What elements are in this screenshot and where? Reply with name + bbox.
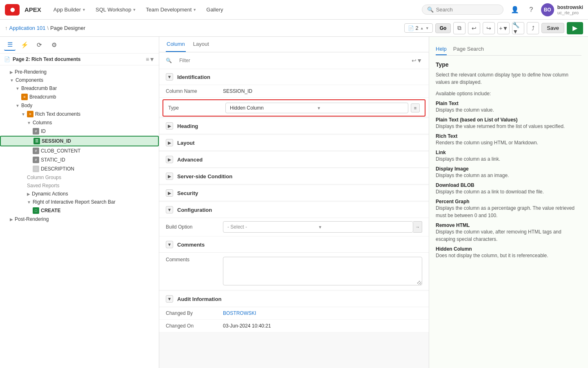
build-option-arrow[interactable]: →	[413, 221, 422, 233]
refresh-icon[interactable]: ⟳	[33, 39, 45, 51]
expand-icon[interactable]: ⤢	[416, 279, 421, 285]
configuration-header[interactable]: ▼ Configuration	[159, 202, 429, 218]
center-panel: Column Layout 🔍 ↩▼ ▼ Identification Colu…	[159, 37, 429, 368]
breadcrumb-item[interactable]: ≡ Breadcrumb	[0, 92, 159, 101]
create-icon: □	[33, 207, 39, 214]
tree-view-icon[interactable]: ☰	[4, 39, 16, 51]
type-select[interactable]: Hidden Column ▼	[225, 103, 408, 113]
heading-header[interactable]: ▶ Heading	[159, 118, 429, 134]
advanced-header[interactable]: ▶ Advanced	[159, 152, 429, 168]
columns-item[interactable]: ▼ Columns	[0, 119, 159, 127]
heading-title: Heading	[177, 123, 198, 129]
center-content: ▼ Identification Column Name SESSION_ID …	[159, 69, 429, 368]
help-type-option-title: Hidden Column	[436, 246, 581, 252]
help-type-option-title: Percent Graph	[436, 199, 581, 204]
changed-on-row: Changed On 03-Jun-2024 10:40:21	[159, 320, 429, 332]
run-button[interactable]: ▶	[567, 22, 583, 34]
changed-by-value: BOSTROWSKI	[223, 310, 422, 316]
audit-header[interactable]: ▼ Audit Information	[159, 291, 429, 307]
page-search-tab[interactable]: Page Search	[453, 43, 484, 55]
lightning-icon[interactable]: ⚡	[19, 39, 30, 51]
filter-return-icon[interactable]: ↩▼	[412, 57, 422, 64]
left-panel: ☰ ⚡ ⟳ ⚙ 📄 Page 2: Rich Text documents ≡▼…	[0, 37, 159, 368]
id-column-item[interactable]: # ID	[0, 127, 159, 136]
toolbar-right: 📄 2 ▲ ▼ Go ⧉ ↩ ↪ +▼ 🔧▼ ⤴ Save ▶	[404, 22, 583, 34]
search-box[interactable]: 🔍	[422, 4, 503, 15]
breadcrumb-app-link[interactable]: Application 101	[9, 25, 46, 31]
redo-icon[interactable]: ↪	[483, 22, 495, 34]
filter-input[interactable]	[175, 56, 408, 65]
body-item[interactable]: ▼ Body	[0, 101, 159, 110]
app-builder-menu[interactable]: App Builder ▼	[49, 4, 90, 15]
security-header[interactable]: ▶ Security	[159, 185, 429, 201]
layout-header[interactable]: ▶ Layout	[159, 135, 429, 151]
page-options-menu[interactable]: ≡▼	[146, 56, 155, 63]
comments-textarea[interactable]	[223, 257, 422, 285]
comments-label: Comments	[166, 257, 223, 263]
dynamic-actions-item[interactable]: ▶ Dynamic Actions	[0, 190, 159, 198]
type-action-btn[interactable]: ≡	[411, 103, 420, 112]
comments-header[interactable]: ▼ Comments	[159, 237, 429, 253]
changed-by-row: Changed By BOSTROWSKI	[159, 307, 429, 320]
components-item[interactable]: ▼ Components	[0, 76, 159, 84]
static-id-icon: #	[33, 157, 39, 163]
search-input[interactable]	[436, 7, 498, 13]
page-selector[interactable]: 📄 2 ▲ ▼	[404, 23, 433, 33]
saved-reports-item[interactable]: Saved Reports	[0, 182, 159, 190]
identification-header[interactable]: ▼ Identification	[159, 69, 429, 85]
team-development-menu[interactable]: Team Development ▼	[142, 4, 200, 15]
clob-content-item[interactable]: # CLOB_CONTENT	[0, 146, 159, 155]
copy-icon[interactable]: ⧉	[453, 22, 466, 34]
shared-components-icon[interactable]: ⚙	[48, 39, 60, 51]
user-info: bostrowski uc_rte_pro	[557, 4, 583, 15]
go-button[interactable]: Go	[435, 23, 451, 33]
comments-textarea-container: ⤢	[223, 257, 422, 287]
notifications-icon[interactable]: 👤	[508, 3, 521, 16]
main-layout: ☰ ⚡ ⟳ ⚙ 📄 Page 2: Rich Text documents ≡▼…	[0, 37, 588, 368]
create-item[interactable]: □ CREATE	[0, 206, 159, 215]
static-id-item[interactable]: # STATIC_ID	[0, 155, 159, 164]
help-icon[interactable]: ?	[525, 3, 538, 16]
help-type-title: Type	[436, 61, 581, 68]
save-button[interactable]: Save	[541, 23, 564, 33]
undo-icon[interactable]: ↩	[468, 22, 480, 34]
gallery-menu[interactable]: Gallery	[202, 4, 227, 15]
security-toggle: ▶	[166, 189, 173, 197]
type-highlighted-row: Type Hidden Column ▼ ≡	[163, 99, 425, 117]
page-name-label: Page 2: Rich Text documents	[13, 56, 80, 62]
share-icon[interactable]: ⤴	[527, 22, 539, 34]
ssc-title: Server-side Condition	[177, 173, 232, 180]
right-ir-search-bar-item[interactable]: ▼ Right of Interactive Report Search Bar	[0, 198, 159, 206]
breadcrumb-bar-item[interactable]: ▼ Breadcrumb Bar	[0, 84, 159, 92]
help-type-option: Hidden ColumnDoes not display the column…	[436, 246, 581, 259]
top-navigation: ⬤ APEX App Builder ▼ SQL Workshop ▼ Team…	[0, 0, 588, 20]
type-row: Type Hidden Column ▼ ≡	[163, 100, 425, 116]
columns-chevron: ▼	[27, 121, 31, 125]
audit-information-section: ▼ Audit Information Changed By BOSTROWSK…	[159, 291, 429, 332]
help-type-option: LinkDisplays the column as a link.	[436, 150, 581, 163]
rich-text-documents-item[interactable]: ▼ ≡ Rich Text documents	[0, 110, 159, 119]
audit-toggle: ▼	[166, 295, 173, 303]
help-tab[interactable]: Help	[436, 43, 447, 55]
column-groups-item[interactable]: Column Groups	[0, 173, 159, 182]
wrench-menu[interactable]: 🔧▼	[512, 22, 524, 34]
help-type-option: Plain Text (based on List of Values)Disp…	[436, 117, 581, 130]
pre-rendering-item[interactable]: ▶ Pre-Rendering	[0, 68, 159, 76]
audit-title: Audit Information	[177, 296, 221, 302]
tab-layout[interactable]: Layout	[192, 37, 210, 52]
avatar[interactable]: BO	[541, 3, 554, 16]
help-type-option: Plain TextDisplays the column value.	[436, 101, 581, 114]
plus-menu[interactable]: +▼	[497, 22, 510, 34]
apex-logo: ⬤	[5, 4, 20, 16]
post-rendering-item[interactable]: ▶ Post-Rendering	[0, 215, 159, 223]
tab-column[interactable]: Column	[166, 37, 186, 52]
server-side-condition-header[interactable]: ▶ Server-side Condition	[159, 168, 429, 184]
session-id-column-item[interactable]: ☰ SESSION_ID	[0, 136, 159, 146]
sql-workshop-menu[interactable]: SQL Workshop ▼	[91, 4, 140, 15]
clob-icon: #	[33, 148, 39, 154]
heading-section: ▶ Heading	[159, 118, 429, 134]
build-option-select[interactable]: - Select - ▼	[223, 221, 413, 233]
comments-toggle: ▼	[166, 241, 173, 248]
description-item[interactable]: □ DESCRIPTION	[0, 164, 159, 173]
help-type-option-title: Rich Text	[436, 133, 581, 139]
